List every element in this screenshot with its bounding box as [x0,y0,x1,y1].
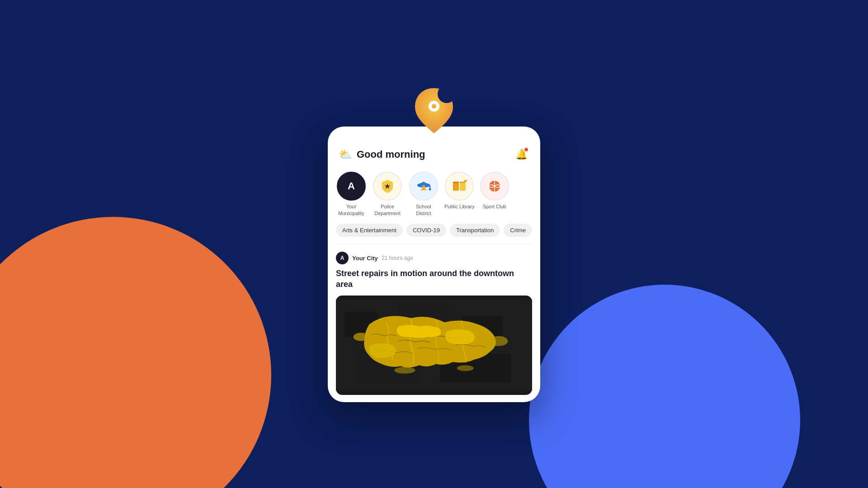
greeting-text: Good morning [357,149,425,160]
news-meta: A Your City 21 hours ago [336,252,532,264]
svg-point-25 [354,333,368,341]
weather-icon: ⛅ [339,148,352,161]
category-your-municipality[interactable]: A Your Municipality [336,172,367,216]
category-circle-municipality: A [337,172,366,201]
category-circle-sport [480,172,509,201]
svg-rect-10 [453,183,459,191]
app-header: ⛅ Good morning 🔔 [328,139,540,168]
svg-point-27 [394,367,415,374]
news-image [336,296,532,395]
tag-transportation[interactable]: Transportation [450,224,500,237]
app-container: ⛅ Good morning 🔔 A Your Municipality [328,86,540,402]
notification-badge [524,147,528,152]
category-circle-school [409,172,438,201]
category-circle-police [373,172,402,201]
category-school-district[interactable]: School District [408,172,439,216]
category-label-municipality: Your Municipality [336,203,367,216]
svg-rect-12 [453,182,459,183]
category-public-library[interactable]: Public Library [444,172,475,216]
category-label-library: Public Library [444,203,475,210]
svg-rect-7 [421,189,426,190]
news-item[interactable]: A Your City 21 hours ago Street repairs … [328,252,540,402]
category-sport-club[interactable]: Sport Club [480,172,509,216]
svg-point-28 [457,365,474,371]
svg-point-2 [432,104,436,108]
svg-point-9 [429,188,431,191]
app-logo [411,86,457,136]
header-left: ⛅ Good morning [339,148,425,161]
category-police-department[interactable]: Police Department [372,172,403,216]
categories-row: A Your Municipality Police Department [328,168,540,224]
tag-crime[interactable]: Crime [504,224,532,237]
bg-decoration-blue [529,285,800,488]
news-source: Your City [352,255,378,262]
category-label-sport: Sport Club [483,203,506,210]
news-title: Street repairs in motion around the down… [336,268,532,290]
divider [336,244,532,244]
svg-point-26 [490,336,508,346]
phone-frame: ⛅ Good morning 🔔 A Your Municipality [328,127,540,402]
category-circle-library [445,172,474,201]
category-label-school: School District [408,203,439,216]
news-time: 21 hours ago [382,255,413,261]
bg-decoration-orange [0,217,271,488]
tags-row: Arts & Entertainment COVID-19 Transporta… [328,224,540,244]
notification-button[interactable]: 🔔 [513,146,529,163]
svg-marker-14 [464,179,467,182]
tag-covid[interactable]: COVID-19 [406,224,446,237]
category-label-police: Police Department [372,203,403,216]
svg-rect-13 [460,182,466,183]
tag-arts[interactable]: Arts & Entertainment [336,224,403,237]
news-avatar: A [336,252,349,264]
phone-inner: ⛅ Good morning 🔔 A Your Municipality [328,139,540,402]
svg-rect-11 [460,183,466,191]
